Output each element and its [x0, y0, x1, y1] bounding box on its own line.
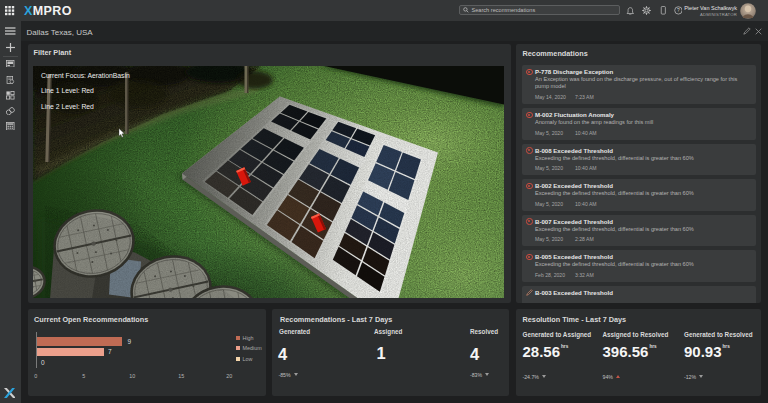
svg-text:Line 1 Level: Red: Line 1 Level: Red: [41, 87, 94, 94]
svg-text:Line 2 Level: Red: Line 2 Level: Red: [41, 102, 94, 109]
svg-text:Current Focus: AerationBasin: Current Focus: AerationBasin: [41, 71, 130, 78]
